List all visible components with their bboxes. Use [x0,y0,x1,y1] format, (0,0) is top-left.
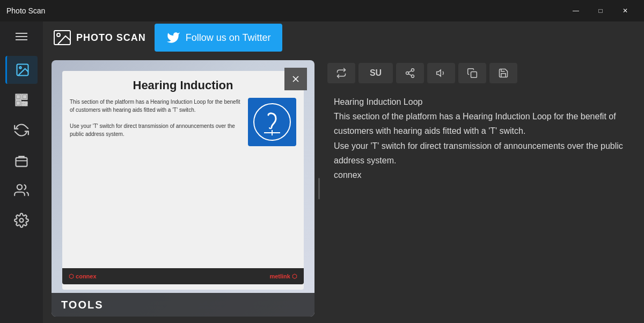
hamburger-menu[interactable] [9,26,34,47]
close-overlay-button[interactable] [284,68,307,90]
svg-point-16 [20,219,24,222]
svg-rect-7 [17,102,20,105]
sign-footer: ⬡ connex metlink ⬡ [62,268,304,284]
sign-title: Hearing Induction [70,78,296,92]
divider-handle [318,178,320,199]
share-button[interactable] [396,63,424,83]
connex-text: ⬡ connex [69,273,97,280]
svg-rect-12 [22,102,23,103]
svg-point-18 [57,33,60,37]
text-panel: SU [323,60,635,317]
qr-icon [14,92,29,107]
text-size-button[interactable]: SU [358,63,393,83]
sidebar-item-photo-scan[interactable] [5,56,38,84]
text-size-label: SU [370,68,382,78]
svg-rect-5 [17,96,20,98]
user-icon [14,183,29,198]
sign-text-p2: Use your 'T' switch for direct transmiss… [70,122,243,138]
svg-point-24 [412,69,414,71]
svg-rect-13 [16,157,27,166]
app-name: PHOTO SCAN [76,32,146,44]
app-title: Photo Scan [6,6,45,15]
close-window-button[interactable]: ✕ [613,2,638,19]
sidebar-item-scan[interactable] [5,116,38,144]
sign-text-p1: This section of the platform has a Heari… [70,98,243,114]
copy-button[interactable] [458,63,486,83]
connex-logo: ⬡ connex [69,273,97,280]
speaker-icon [436,68,447,78]
extracted-text-area: Hearing Induction Loop This section of t… [323,86,635,317]
sign-content: Hearing Induction This section of the pl… [62,71,304,290]
main-content: Hearing Induction This section of the pl… [43,54,644,323]
extracted-line2: This section of the platform has a Heari… [334,109,625,138]
titlebar: Photo Scan — □ ✕ [0,0,644,21]
extracted-line3: Use your 'T' switch for direct transmiss… [334,139,625,168]
twitter-icon [166,31,180,45]
save-icon [498,68,509,78]
twitter-follow-button[interactable]: Follow us on Twitter [155,24,283,52]
extracted-line4: connex [334,168,625,182]
save-button[interactable] [489,63,517,83]
panel-divider[interactable] [314,60,323,317]
svg-point-1 [19,67,21,69]
hamburger-line-3 [16,39,27,40]
image-panel: Hearing Induction This section of the pl… [52,60,314,317]
copy-icon [467,68,478,78]
svg-rect-30 [471,72,477,78]
share-icon [405,68,415,78]
header-image-icon [54,30,71,45]
image-icon [15,62,30,77]
sidebar-item-user[interactable] [5,176,38,204]
sign-icon-col [248,98,296,146]
hamburger-line-1 [16,33,27,34]
tools-label: TOOLS [52,293,314,317]
sidebar-item-bag[interactable] [5,146,38,174]
image-container: Hearing Induction This section of the pl… [52,60,314,317]
svg-rect-11 [22,104,25,105]
app-body: PHOTO SCAN Follow us on Twitter Hearing … [0,21,644,323]
metlink-text: metlink ⬡ [269,273,297,279]
hamburger-line-2 [16,36,27,37]
app-header: PHOTO SCAN Follow us on Twitter [43,21,644,54]
arrows-icon [336,68,347,78]
twitter-button-label: Follow us on Twitter [186,32,271,44]
tools-text: TOOLS [61,299,104,311]
convert-button[interactable] [327,63,355,83]
content-area: PHOTO SCAN Follow us on Twitter Hearing … [43,21,644,323]
svg-point-26 [412,75,414,77]
close-icon [290,74,301,84]
metlink-logo: metlink ⬡ [269,273,297,280]
sidebar-item-qr-code[interactable] [5,86,38,114]
bag-icon [14,153,29,168]
minimize-button[interactable]: — [564,2,588,19]
svg-marker-29 [437,70,441,76]
sound-button[interactable] [427,63,455,83]
window-controls: — □ ✕ [564,2,638,19]
gear-icon [14,213,29,228]
hearing-icon [253,103,291,141]
svg-rect-6 [24,96,26,98]
sidebar-item-settings[interactable] [5,206,38,234]
svg-point-15 [17,185,22,190]
scan-icon [14,123,29,138]
svg-point-25 [406,72,409,75]
extracted-line1: Hearing Induction Loop [334,95,625,109]
sidebar [0,21,43,323]
sign-text: This section of the platform has a Heari… [70,98,243,282]
scanned-image: Hearing Induction This section of the pl… [52,60,314,317]
text-toolbar: SU [323,60,635,86]
brand: PHOTO SCAN [54,30,146,45]
maximize-button[interactable]: □ [588,2,613,19]
sign-body: This section of the platform has a Heari… [70,98,296,282]
svg-line-28 [408,70,412,72]
svg-line-27 [408,74,412,75]
svg-rect-10 [26,103,27,106]
